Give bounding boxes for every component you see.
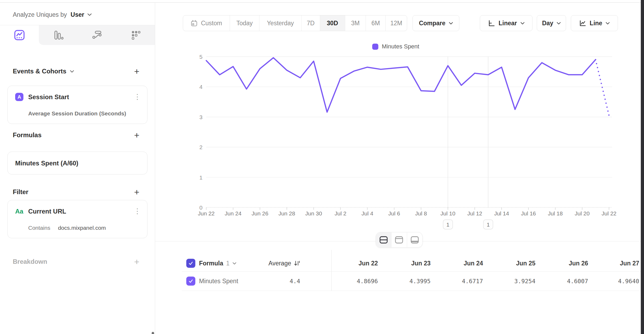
- x-tick-label: Jul 4: [361, 210, 373, 216]
- x-tick-label: Jul 22: [601, 210, 616, 216]
- chevron-down-icon: [70, 70, 74, 73]
- x-tick-label: Jul 14: [494, 210, 509, 216]
- view-toggle-split[interactable]: [376, 232, 391, 247]
- tab-funnels[interactable]: [39, 25, 78, 45]
- string-type-icon: Aa: [15, 207, 26, 215]
- breakdown-label: Breakdown: [13, 258, 47, 265]
- event-title: Session Start: [28, 93, 69, 101]
- tab-retention[interactable]: [117, 25, 155, 45]
- event-aggregation[interactable]: Average Session Duration (Seconds): [28, 109, 126, 118]
- table-column-divider: [331, 250, 332, 291]
- date-column-header-jun-24: Jun 24: [440, 259, 483, 268]
- tab-flows[interactable]: [78, 25, 117, 45]
- right-edge-scrollbar[interactable]: [641, 0, 644, 334]
- x-tick-label: Jul 6: [388, 210, 400, 216]
- x-tick-label: Jul 8: [415, 210, 427, 216]
- view-toggle: [376, 232, 423, 248]
- chevron-down-icon: [87, 13, 92, 16]
- table-row-divider: [182, 291, 641, 291]
- analyze-value-dropdown[interactable]: User: [71, 11, 92, 18]
- x-tick-label: Jun 26: [251, 210, 268, 216]
- x-tick-label: Jul 10: [440, 210, 455, 216]
- y-tick-label: 2: [199, 144, 203, 150]
- series-line-minutes-spent[interactable]: [206, 58, 596, 112]
- events-cohorts-header[interactable]: Events & Cohorts: [13, 66, 74, 76]
- annotation-badge-count: 1: [487, 222, 490, 228]
- cell-value-jun-26: 4.6007: [543, 277, 588, 286]
- formula-title: Minutes Spent (A/60): [15, 159, 78, 167]
- x-tick-label: Jun 24: [225, 210, 241, 216]
- y-tick-label: 3: [199, 114, 203, 120]
- flows-icon: [92, 30, 102, 40]
- table-header-divider: [182, 271, 641, 272]
- event-card-session-start[interactable]: A Session Start ⋮ Average Session Durati…: [7, 86, 147, 124]
- filter-label: Filter: [13, 188, 28, 196]
- formulas-header: Formulas: [13, 130, 42, 140]
- check-icon: [188, 260, 194, 266]
- date-column-header-jun-22: Jun 22: [335, 259, 378, 268]
- table-view-icon: [410, 236, 419, 244]
- add-formula-button[interactable]: +: [131, 130, 142, 140]
- add-breakdown-button[interactable]: +: [131, 256, 142, 267]
- filter-card-current-url[interactable]: Aa Current URL ⋮ Contains docs.mixpanel.…: [7, 200, 147, 238]
- filter-value[interactable]: docs.mixpanel.com: [58, 225, 106, 231]
- tab-insights[interactable]: [0, 25, 39, 45]
- y-tick-label: 1: [199, 174, 203, 181]
- date-column-header-jun-27: Jun 27: [597, 259, 639, 268]
- y-tick-label: 0: [199, 204, 203, 211]
- query-builder-sidebar: Analyze Uniques by User: [0, 3, 155, 334]
- funnels-bars-icon: [53, 30, 64, 40]
- chart-type-tabs: [0, 25, 155, 45]
- add-filter-button[interactable]: +: [131, 187, 142, 197]
- insights-report: Analyze Uniques by User: [0, 0, 644, 334]
- sort-icon: [294, 260, 300, 266]
- kebab-menu-icon[interactable]: ⋮: [133, 206, 141, 216]
- report-main-area: CustomTodayYesterday7D30D3M6M12M Compare…: [155, 3, 641, 334]
- series-row-label: Minutes Spent: [199, 277, 238, 286]
- x-tick-label: Jul 18: [548, 210, 563, 216]
- view-toggle-chart-only[interactable]: [391, 232, 407, 247]
- view-toggle-table-only[interactable]: [407, 232, 422, 247]
- cell-value-jun-23: 4.3995: [385, 277, 431, 286]
- average-value: 4.4: [255, 277, 300, 286]
- retention-dots-icon: [131, 30, 141, 40]
- add-event-button[interactable]: +: [131, 66, 142, 77]
- x-tick-label: Jul 12: [467, 210, 482, 216]
- series-line-incomplete-segment: [596, 60, 609, 115]
- average-label: Average: [269, 260, 291, 267]
- event-letter-badge: A: [15, 93, 23, 101]
- x-tick-label: Jun 30: [305, 210, 322, 216]
- y-tick-label: 4: [199, 84, 203, 90]
- select-all-checkbox[interactable]: [186, 259, 195, 268]
- series-checkbox[interactable]: [186, 277, 195, 286]
- analyze-label: Analyze Uniques by: [13, 11, 67, 18]
- cell-value-jun-27: 4.9640: [594, 277, 639, 286]
- events-cohorts-label: Events & Cohorts: [13, 68, 66, 75]
- annotation-badge-count: 1: [447, 222, 449, 228]
- filter-operator[interactable]: Contains: [28, 225, 50, 231]
- formula-group-header[interactable]: Formula 1: [199, 259, 236, 268]
- x-tick-label: Jun 22: [198, 210, 214, 216]
- y-tick-label: 5: [199, 54, 203, 60]
- average-column-header[interactable]: Average: [258, 259, 300, 268]
- cell-value-jun-24: 4.6717: [438, 277, 483, 286]
- insights-line-chart-icon: [14, 30, 25, 41]
- chart-view-icon: [395, 236, 403, 244]
- line-chart: 012345Jun 22Jun 24Jun 26Jun 28Jun 30Jul …: [155, 3, 641, 231]
- formula-card[interactable]: Minutes Spent (A/60): [7, 152, 147, 174]
- analyze-uniques-row: Analyze Uniques by User: [13, 9, 92, 21]
- formula-header-label: Formula: [199, 260, 223, 267]
- date-column-header-jun-23: Jun 23: [388, 259, 431, 268]
- split-view-icon: [379, 236, 388, 244]
- cell-value-jun-25: 3.9254: [490, 277, 535, 286]
- formulas-label: Formulas: [13, 131, 42, 139]
- filter-property: Current URL: [28, 207, 66, 215]
- kebab-menu-icon[interactable]: ⋮: [133, 92, 141, 102]
- x-tick-label: Jul 16: [521, 210, 536, 216]
- date-column-header-jun-25: Jun 25: [493, 259, 535, 268]
- sidebar-scrollbar-thumb[interactable]: [152, 332, 154, 334]
- formula-header-number: 1: [226, 260, 230, 267]
- x-tick-label: Jun 28: [278, 210, 295, 216]
- chevron-down-icon: [233, 262, 236, 265]
- breakdown-header: Breakdown: [13, 257, 47, 266]
